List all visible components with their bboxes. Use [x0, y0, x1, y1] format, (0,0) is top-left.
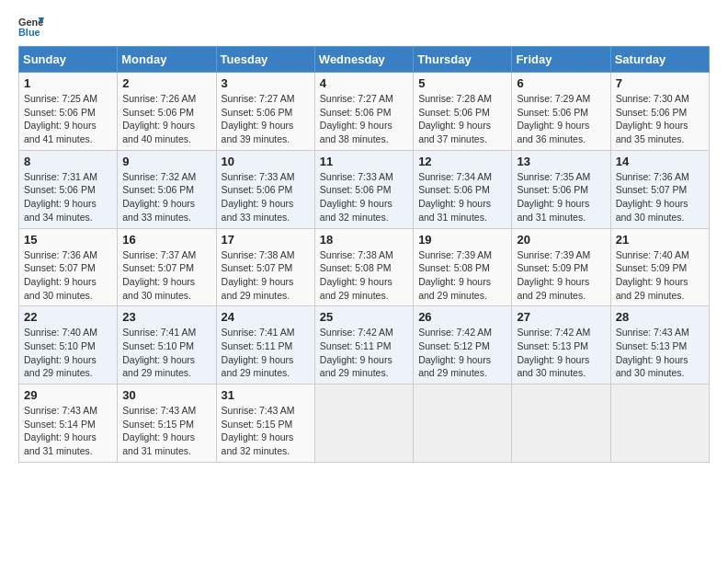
- calendar-cell: [314, 385, 413, 463]
- day-info: Sunrise: 7:36 AM Sunset: 5:07 PM Dayligh…: [616, 170, 704, 224]
- calendar-week-row: 22 Sunrise: 7:40 AM Sunset: 5:10 PM Dayl…: [19, 306, 710, 385]
- day-number: 25: [320, 310, 408, 324]
- calendar-cell: 23 Sunrise: 7:41 AM Sunset: 5:10 PM Dayl…: [118, 306, 216, 385]
- calendar-cell: 21 Sunrise: 7:40 AM Sunset: 5:09 PM Dayl…: [610, 228, 709, 306]
- day-number: 5: [418, 76, 506, 90]
- calendar-cell: 9 Sunrise: 7:32 AM Sunset: 5:06 PM Dayli…: [118, 150, 216, 228]
- day-number: 12: [418, 155, 506, 168]
- day-number: 20: [517, 233, 605, 247]
- day-info: Sunrise: 7:39 AM Sunset: 5:08 PM Dayligh…: [418, 248, 506, 303]
- day-number: 11: [320, 155, 408, 168]
- calendar-cell: [512, 385, 610, 463]
- calendar-cell: [610, 385, 709, 463]
- day-number: 15: [24, 233, 112, 247]
- day-number: 17: [222, 233, 310, 247]
- day-number: 3: [222, 76, 310, 90]
- day-number: 9: [122, 155, 210, 168]
- day-number: 7: [616, 76, 704, 90]
- day-number: 28: [616, 310, 704, 324]
- calendar-cell: 22 Sunrise: 7:40 AM Sunset: 5:10 PM Dayl…: [19, 306, 118, 385]
- calendar-cell: [414, 385, 512, 463]
- weekday-header: Saturday: [610, 47, 709, 73]
- day-info: Sunrise: 7:29 AM Sunset: 5:06 PM Dayligh…: [517, 92, 605, 146]
- weekday-header: Thursday: [414, 47, 512, 73]
- calendar-table: SundayMondayTuesdayWednesdayThursdayFrid…: [18, 46, 710, 463]
- day-info: Sunrise: 7:39 AM Sunset: 5:09 PM Dayligh…: [517, 248, 605, 303]
- day-info: Sunrise: 7:30 AM Sunset: 5:06 PM Dayligh…: [616, 92, 704, 146]
- day-number: 29: [24, 388, 112, 402]
- calendar-cell: 25 Sunrise: 7:42 AM Sunset: 5:11 PM Dayl…: [314, 306, 413, 385]
- day-number: 24: [222, 310, 310, 324]
- day-number: 31: [222, 388, 310, 402]
- calendar-cell: 27 Sunrise: 7:42 AM Sunset: 5:13 PM Dayl…: [512, 306, 610, 385]
- calendar-cell: 8 Sunrise: 7:31 AM Sunset: 5:06 PM Dayli…: [19, 150, 118, 228]
- calendar-cell: 31 Sunrise: 7:43 AM Sunset: 5:15 PM Dayl…: [216, 385, 314, 463]
- calendar-cell: 16 Sunrise: 7:37 AM Sunset: 5:07 PM Dayl…: [118, 228, 216, 306]
- day-info: Sunrise: 7:31 AM Sunset: 5:06 PM Dayligh…: [24, 170, 112, 224]
- svg-text:Blue: Blue: [18, 27, 40, 38]
- calendar-cell: 12 Sunrise: 7:34 AM Sunset: 5:06 PM Dayl…: [414, 150, 512, 228]
- day-number: 14: [616, 155, 704, 168]
- day-number: 13: [517, 155, 605, 168]
- calendar-cell: 3 Sunrise: 7:27 AM Sunset: 5:06 PM Dayli…: [216, 73, 314, 151]
- calendar-cell: 26 Sunrise: 7:42 AM Sunset: 5:12 PM Dayl…: [414, 306, 512, 385]
- calendar-cell: 6 Sunrise: 7:29 AM Sunset: 5:06 PM Dayli…: [512, 73, 610, 151]
- calendar-cell: 19 Sunrise: 7:39 AM Sunset: 5:08 PM Dayl…: [414, 228, 512, 306]
- day-info: Sunrise: 7:35 AM Sunset: 5:06 PM Dayligh…: [517, 170, 605, 224]
- day-info: Sunrise: 7:33 AM Sunset: 5:06 PM Dayligh…: [320, 170, 408, 224]
- logo-icon: General Blue: [18, 15, 44, 40]
- day-info: Sunrise: 7:38 AM Sunset: 5:07 PM Dayligh…: [222, 248, 310, 303]
- day-info: Sunrise: 7:43 AM Sunset: 5:13 PM Dayligh…: [616, 326, 704, 380]
- day-info: Sunrise: 7:41 AM Sunset: 5:10 PM Dayligh…: [122, 326, 210, 380]
- calendar-body: 1 Sunrise: 7:25 AM Sunset: 5:06 PM Dayli…: [19, 73, 710, 463]
- day-number: 16: [122, 233, 210, 247]
- day-info: Sunrise: 7:34 AM Sunset: 5:06 PM Dayligh…: [418, 170, 506, 224]
- day-number: 22: [24, 310, 112, 324]
- calendar-cell: 5 Sunrise: 7:28 AM Sunset: 5:06 PM Dayli…: [414, 73, 512, 151]
- day-info: Sunrise: 7:43 AM Sunset: 5:15 PM Dayligh…: [122, 404, 210, 458]
- day-info: Sunrise: 7:32 AM Sunset: 5:06 PM Dayligh…: [122, 170, 210, 224]
- header: General Blue: [18, 15, 710, 40]
- day-info: Sunrise: 7:25 AM Sunset: 5:06 PM Dayligh…: [24, 92, 112, 146]
- day-info: Sunrise: 7:37 AM Sunset: 5:07 PM Dayligh…: [122, 248, 210, 303]
- day-number: 23: [122, 310, 210, 324]
- calendar-cell: 11 Sunrise: 7:33 AM Sunset: 5:06 PM Dayl…: [314, 150, 413, 228]
- day-info: Sunrise: 7:42 AM Sunset: 5:11 PM Dayligh…: [320, 326, 408, 380]
- weekday-header: Friday: [512, 47, 610, 73]
- calendar-cell: 1 Sunrise: 7:25 AM Sunset: 5:06 PM Dayli…: [19, 73, 118, 151]
- day-info: Sunrise: 7:42 AM Sunset: 5:12 PM Dayligh…: [418, 326, 506, 380]
- day-info: Sunrise: 7:40 AM Sunset: 5:10 PM Dayligh…: [24, 326, 112, 380]
- calendar-cell: 28 Sunrise: 7:43 AM Sunset: 5:13 PM Dayl…: [610, 306, 709, 385]
- weekday-header: Wednesday: [314, 47, 413, 73]
- calendar-cell: 29 Sunrise: 7:43 AM Sunset: 5:14 PM Dayl…: [19, 385, 118, 463]
- day-info: Sunrise: 7:43 AM Sunset: 5:15 PM Dayligh…: [222, 404, 310, 458]
- calendar-week-row: 8 Sunrise: 7:31 AM Sunset: 5:06 PM Dayli…: [19, 150, 710, 228]
- calendar-cell: 2 Sunrise: 7:26 AM Sunset: 5:06 PM Dayli…: [118, 73, 216, 151]
- day-number: 27: [517, 310, 605, 324]
- weekday-header: Sunday: [19, 47, 118, 73]
- weekday-row: SundayMondayTuesdayWednesdayThursdayFrid…: [19, 47, 710, 73]
- calendar-cell: 15 Sunrise: 7:36 AM Sunset: 5:07 PM Dayl…: [19, 228, 118, 306]
- day-number: 21: [616, 233, 704, 247]
- day-info: Sunrise: 7:26 AM Sunset: 5:06 PM Dayligh…: [122, 92, 210, 146]
- calendar-cell: 14 Sunrise: 7:36 AM Sunset: 5:07 PM Dayl…: [610, 150, 709, 228]
- calendar-cell: 7 Sunrise: 7:30 AM Sunset: 5:06 PM Dayli…: [610, 73, 709, 151]
- day-number: 2: [122, 76, 210, 90]
- calendar-cell: 4 Sunrise: 7:27 AM Sunset: 5:06 PM Dayli…: [314, 73, 413, 151]
- page-container: General Blue SundayMondayTuesdayWednesda…: [0, 0, 728, 472]
- day-number: 26: [418, 310, 506, 324]
- logo: General Blue: [18, 15, 48, 40]
- calendar-week-row: 29 Sunrise: 7:43 AM Sunset: 5:14 PM Dayl…: [19, 385, 710, 463]
- calendar-cell: 18 Sunrise: 7:38 AM Sunset: 5:08 PM Dayl…: [314, 228, 413, 306]
- calendar-cell: 20 Sunrise: 7:39 AM Sunset: 5:09 PM Dayl…: [512, 228, 610, 306]
- weekday-header: Tuesday: [216, 47, 314, 73]
- day-number: 8: [24, 155, 112, 168]
- day-info: Sunrise: 7:38 AM Sunset: 5:08 PM Dayligh…: [320, 248, 408, 303]
- day-number: 10: [222, 155, 310, 168]
- calendar-cell: 30 Sunrise: 7:43 AM Sunset: 5:15 PM Dayl…: [118, 385, 216, 463]
- calendar-cell: 10 Sunrise: 7:33 AM Sunset: 5:06 PM Dayl…: [216, 150, 314, 228]
- calendar-cell: 24 Sunrise: 7:41 AM Sunset: 5:11 PM Dayl…: [216, 306, 314, 385]
- day-info: Sunrise: 7:28 AM Sunset: 5:06 PM Dayligh…: [418, 92, 506, 146]
- day-info: Sunrise: 7:33 AM Sunset: 5:06 PM Dayligh…: [222, 170, 310, 224]
- day-info: Sunrise: 7:41 AM Sunset: 5:11 PM Dayligh…: [222, 326, 310, 380]
